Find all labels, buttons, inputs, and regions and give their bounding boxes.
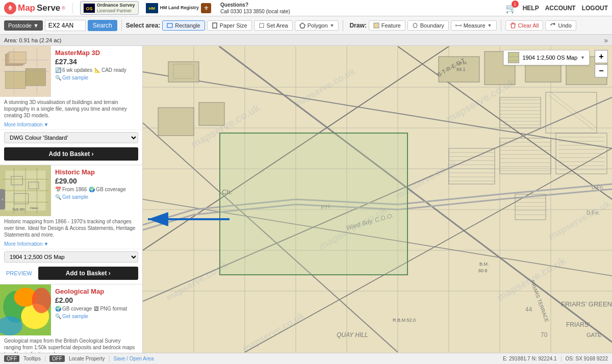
trademark: ®	[62, 6, 65, 11]
svg-point-0	[9, 7, 12, 10]
polygon-tool[interactable]: Polygon ▼	[295, 20, 339, 31]
more-info-mastermap3d[interactable]: More Information ▼	[0, 121, 142, 130]
logo-icon	[4, 2, 16, 14]
svg-text:B.M.: B.M.	[479, 262, 489, 267]
cart-icon[interactable]: 🛒 1	[505, 3, 517, 14]
svg-text:QUAY HILL: QUAY HILL	[337, 331, 368, 339]
product-title-geological: Geological Map	[55, 288, 138, 295]
map-layer-selector[interactable]: 1904 1:2,500 OS Map ▼	[503, 50, 590, 65]
rectangle-label: Rectangle	[175, 22, 200, 29]
map-layer-dropdown-arrow: ▼	[580, 55, 585, 60]
logo[interactable]: MapServe®	[4, 2, 65, 14]
product-info-geological: Geological Map £2.00 🌍GB coverage 🖼PNG f…	[51, 284, 142, 335]
sidebar: ‹ ›	[0, 46, 143, 353]
save-open-area-button[interactable]: Save / Open Area	[114, 356, 154, 361]
product-info-mastermap3d: MasterMap 3D £27.34 🔄6 wk updates 📐CAD r…	[51, 46, 142, 97]
map-layer-name: 1904 1:2,500 OS Map	[522, 55, 577, 61]
map-area[interactable]: S-T-R-E-E-T B.M. 69.1 Ward Bdy. C.O.O. P…	[143, 46, 612, 353]
polygon-dropdown-arrow: ▼	[330, 23, 335, 28]
svg-rect-9	[374, 23, 379, 28]
svg-text:44: 44	[525, 306, 532, 313]
svg-rect-7	[167, 23, 172, 28]
feature-label: Feature	[381, 22, 401, 29]
svg-rect-156	[508, 53, 519, 63]
status-coords: E: 291881.7 N: 92224.1	[503, 356, 557, 361]
sidebar-left-toggle[interactable]: ‹	[0, 189, 5, 210]
postcode-dropdown-button[interactable]: Postcode ▼	[4, 20, 43, 31]
more-info-historic[interactable]: More Information ▼	[0, 240, 142, 249]
postcode-dropdown-arrow: ▼	[33, 22, 39, 29]
map-layer-thumb	[508, 52, 519, 63]
svg-text:69.1: 69.1	[456, 67, 466, 72]
measure-tool[interactable]: Measure ▼	[451, 20, 497, 31]
product-historic: Sub-Stn Odeon Historic Map £29.00 📅From …	[0, 165, 142, 284]
svg-text:⚜: ⚜	[203, 5, 209, 12]
area-bar: Area: 0.91 ha (2.24 ac) »	[0, 35, 612, 46]
collapse-arrow[interactable]: »	[604, 36, 608, 44]
preview-historic[interactable]: PREVIEW	[4, 268, 34, 278]
mastermap3d-select[interactable]: DWG Colour 'Standard'	[4, 132, 138, 143]
historic-select[interactable]: 1904 1:2,500 OS Map	[4, 251, 138, 263]
partner-os: OS Ordnance Survey Licensed Partner	[80, 1, 139, 15]
product-desc-geological: Geological maps from the British Geologi…	[0, 335, 142, 353]
logout-button[interactable]: LOGOUT	[582, 5, 608, 12]
paper-size-label: Paper Size	[220, 22, 247, 29]
status-os-ref: OS: SX 9168 9222	[566, 356, 608, 361]
svg-rect-18	[6, 71, 26, 89]
search-button[interactable]: Search	[88, 20, 117, 31]
rectangle-tool[interactable]: Rectangle	[162, 20, 205, 31]
svg-rect-71	[168, 62, 199, 82]
boundary-tool[interactable]: Boundary	[407, 20, 449, 31]
clear-all-button[interactable]: Clear All	[505, 20, 544, 31]
logo-text: Map	[18, 3, 35, 13]
product-thumb-geological	[0, 284, 51, 335]
svg-rect-8	[213, 23, 217, 28]
svg-rect-16	[9, 52, 26, 64]
svg-text:D.Fn.: D.Fn.	[592, 185, 604, 190]
select-area-label: Select area:	[126, 22, 160, 29]
cart-badge: 1	[512, 1, 519, 8]
toolbar: Postcode ▼ Search Select area: Rectangle…	[0, 16, 612, 35]
header: MapServe® OS Ordnance Survey Licensed Pa…	[0, 0, 612, 16]
zoom-out-button[interactable]: −	[595, 64, 608, 77]
bottom-status-bar: OFF Tooltips OFF Locate Property Save / …	[0, 353, 612, 364]
product-badges-mastermap3d: 🔄6 wk updates 📐CAD ready 🔍Get sample	[55, 67, 138, 81]
measure-label: Measure	[464, 22, 486, 29]
product-desc-mastermap3d: A stunning 3D visualisation of buildings…	[0, 97, 142, 121]
svg-text:HM: HM	[148, 6, 155, 11]
account-button[interactable]: ACCOUNT	[545, 5, 576, 12]
svg-text:FRIARS': FRIARS'	[566, 321, 590, 328]
product-mastermap3d: MasterMap 3D £27.34 🔄6 wk updates 📐CAD r…	[0, 46, 142, 165]
paper-size-tool[interactable]: Paper Size	[207, 20, 252, 31]
main: ‹ ›	[0, 46, 612, 353]
partner-hm-label: HM Land Registry	[160, 5, 199, 11]
svg-text:70: 70	[541, 331, 548, 339]
help-button[interactable]: HELP	[523, 5, 539, 12]
locate-off-button[interactable]: OFF	[49, 355, 65, 362]
product-title-historic: Historic Map	[55, 168, 138, 176]
svg-text:B.M.: B.M.	[459, 61, 467, 65]
add-basket-mastermap3d[interactable]: Add to Basket ›	[4, 147, 138, 161]
clear-all-label: Clear All	[518, 22, 539, 29]
product-desc-historic: Historic mapping from 1866 - 1970's trac…	[0, 216, 142, 240]
svg-text:Ch.: Ch.	[222, 188, 232, 196]
tooltips-label: Tooltips	[23, 356, 41, 361]
locate-label: Locate Property	[69, 356, 105, 361]
zoom-in-button[interactable]: +	[595, 50, 608, 63]
product-badges-geological: 🌍GB coverage 🖼PNG format 🔍Get sample	[55, 306, 138, 319]
svg-text:GATE: GATE	[586, 332, 601, 338]
feature-tool[interactable]: Feature	[369, 20, 405, 31]
product-thumb-historic: Sub-Stn Odeon	[0, 165, 51, 216]
postcode-input[interactable]	[45, 20, 86, 31]
tooltips-off-button[interactable]: OFF	[4, 355, 19, 362]
product-price-mastermap3d: £27.34	[55, 58, 138, 66]
product-badges-historic: 📅From 1866 🌍GB coverage 🔍Get sample	[55, 187, 138, 200]
undo-button[interactable]: Undo	[545, 20, 576, 31]
add-basket-historic[interactable]: Add to Basket ›	[38, 267, 138, 280]
partner-os-label: Ordnance Survey Licensed Partner	[97, 3, 135, 14]
svg-text:FRIARS' GREEN: FRIARS' GREEN	[561, 300, 612, 308]
questions-section: Questions? Call 0330 133 3850 (local rat…	[220, 2, 290, 15]
set-area-tool[interactable]: Set Area	[254, 20, 293, 31]
product-select-mastermap3d: DWG Colour 'Standard'	[4, 132, 138, 143]
product-title-mastermap3d: MasterMap 3D	[55, 49, 138, 57]
